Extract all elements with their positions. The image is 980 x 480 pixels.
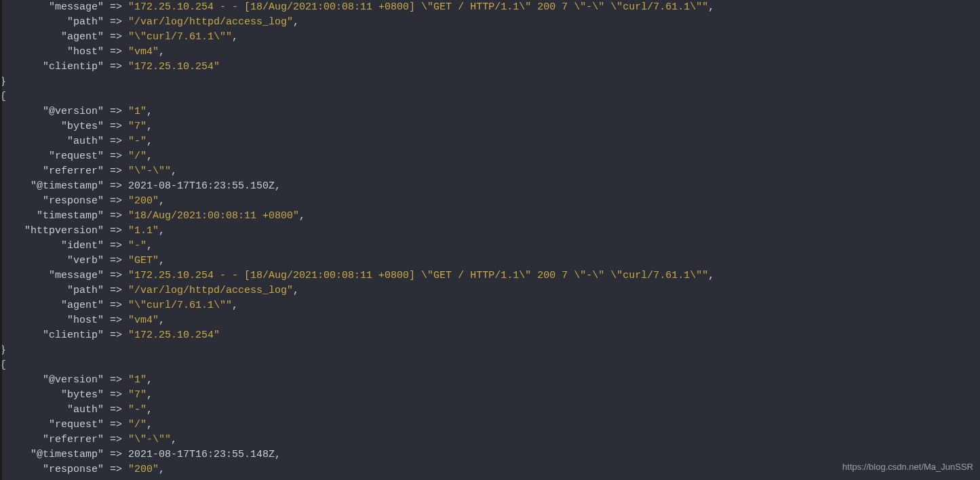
field-key: "referrer" <box>0 165 104 177</box>
field-key: "request" <box>0 151 104 162</box>
comma: , <box>146 106 153 117</box>
field-value-string: "172.25.10.254" <box>128 61 220 73</box>
field-value-string: "7" <box>128 121 146 132</box>
arrow-operator: => <box>104 404 128 416</box>
arrow-operator: => <box>104 240 128 252</box>
field-value-plain: 2021-08-17T16:23:55.150Z, <box>128 180 281 192</box>
field-value-string: "-" <box>128 404 146 416</box>
field-key: "httpversion" <box>0 225 104 237</box>
field-value-string: "200" <box>128 195 159 207</box>
field-key: "@version" <box>0 106 104 117</box>
comma: , <box>146 240 153 252</box>
field-key: "timestamp" <box>0 210 104 222</box>
field-value-string: "-" <box>128 240 146 252</box>
arrow-operator: => <box>104 419 128 431</box>
comma: , <box>146 419 153 431</box>
field-value-string: "172.25.10.254 - - [18/Aug/2021:00:08:11… <box>128 1 708 13</box>
terminal-output: "message" => "172.25.10.254 - - [18/Aug/… <box>0 0 980 477</box>
field-value-string: "vm4" <box>128 46 159 58</box>
arrow-operator: => <box>104 225 128 237</box>
comma: , <box>232 300 238 311</box>
field-key: "@timestamp" <box>0 180 104 192</box>
field-key: "host" <box>0 315 104 326</box>
arrow-operator: => <box>104 464 128 475</box>
comma: , <box>293 16 299 28</box>
field-key: "clientip" <box>0 61 104 73</box>
arrow-operator: => <box>104 300 128 311</box>
comma: , <box>159 195 165 207</box>
log-line: "@timestamp" => 2021-08-17T16:23:55.150Z… <box>0 179 980 194</box>
field-key: "clientip" <box>0 329 104 341</box>
log-line: "request" => "/", <box>0 149 980 164</box>
arrow-operator: => <box>104 136 128 147</box>
field-key: "host" <box>0 46 104 58</box>
arrow-operator: => <box>104 46 128 58</box>
comma: , <box>146 404 153 416</box>
watermark: https://blog.csdn.net/Ma_JunSSR <box>842 460 973 475</box>
field-key: "auth" <box>0 404 104 416</box>
field-key: "agent" <box>0 31 104 43</box>
field-value-string: "\"curl/7.61.1\"" <box>128 31 232 43</box>
field-value-string: "-" <box>128 136 146 147</box>
field-key: "bytes" <box>0 121 104 132</box>
comma: , <box>146 151 153 162</box>
field-value-string: "\"curl/7.61.1\"" <box>128 300 232 311</box>
open-brace: { <box>0 89 980 104</box>
field-value-string: "172.25.10.254 - - [18/Aug/2021:00:08:11… <box>128 270 708 281</box>
field-value-string: "/" <box>128 151 146 162</box>
log-line: "agent" => "\"curl/7.61.1\"", <box>0 298 980 313</box>
log-line: "path" => "/var/log/httpd/access_log", <box>0 283 980 298</box>
field-key: "@version" <box>0 374 104 386</box>
comma: , <box>708 270 714 281</box>
comma: , <box>146 389 153 401</box>
field-value-string: "18/Aug/2021:00:08:11 +0800" <box>128 210 299 222</box>
comma: , <box>171 434 177 445</box>
log-line: "response" => "200", <box>0 462 980 477</box>
log-line: "timestamp" => "18/Aug/2021:00:08:11 +08… <box>0 209 980 224</box>
log-line: "auth" => "-", <box>0 134 980 149</box>
log-line: "clientip" => "172.25.10.254" <box>0 60 980 75</box>
log-line: "message" => "172.25.10.254 - - [18/Aug/… <box>0 268 980 283</box>
window-edge <box>0 0 2 480</box>
log-line: "host" => "vm4", <box>0 313 980 328</box>
log-line: "ident" => "-", <box>0 239 980 254</box>
field-value-string: "/var/log/httpd/access_log" <box>128 16 293 28</box>
field-key: "@timestamp" <box>0 449 104 460</box>
field-value-string: "\"-\"" <box>128 165 171 177</box>
log-line: "referrer" => "\"-\"", <box>0 164 980 179</box>
log-line: "referrer" => "\"-\"", <box>0 433 980 447</box>
open-brace: { <box>0 358 980 373</box>
arrow-operator: => <box>104 1 128 13</box>
arrow-operator: => <box>104 315 128 326</box>
comma: , <box>159 315 165 326</box>
field-key: "auth" <box>0 136 104 147</box>
field-key: "path" <box>0 285 104 296</box>
field-value-string: "1" <box>128 106 146 117</box>
log-line: "@timestamp" => 2021-08-17T16:23:55.148Z… <box>0 447 980 462</box>
arrow-operator: => <box>104 329 128 341</box>
log-line: "httpversion" => "1.1", <box>0 224 980 239</box>
log-line: "path" => "/var/log/httpd/access_log", <box>0 15 980 30</box>
comma: , <box>159 464 165 475</box>
arrow-operator: => <box>104 210 128 222</box>
field-key: "ident" <box>0 240 104 252</box>
log-line: "verb" => "GET", <box>0 254 980 268</box>
field-key: "bytes" <box>0 389 104 401</box>
arrow-operator: => <box>104 434 128 445</box>
log-line: "response" => "200", <box>0 194 980 209</box>
field-key: "response" <box>0 195 104 207</box>
field-key: "verb" <box>0 255 104 266</box>
field-value-string: "1" <box>128 374 146 386</box>
log-line: "bytes" => "7", <box>0 388 980 403</box>
comma: , <box>159 46 165 58</box>
field-key: "agent" <box>0 300 104 311</box>
comma: , <box>146 374 153 386</box>
arrow-operator: => <box>104 106 128 117</box>
field-key: "message" <box>0 270 104 281</box>
arrow-operator: => <box>104 16 128 28</box>
arrow-operator: => <box>104 165 128 177</box>
field-value-string: "\"-\"" <box>128 434 171 445</box>
field-value-string: "vm4" <box>128 315 159 326</box>
log-line: "request" => "/", <box>0 418 980 433</box>
comma: , <box>708 1 714 13</box>
